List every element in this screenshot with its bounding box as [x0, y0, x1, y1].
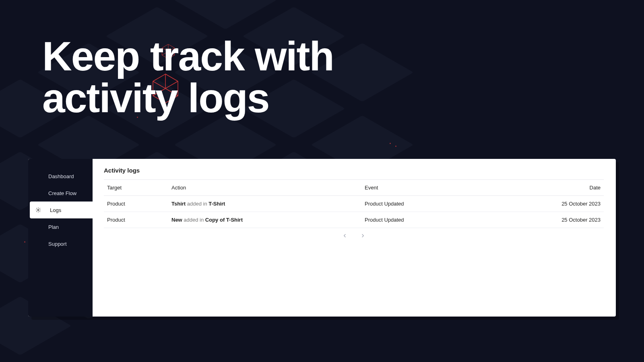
- col-action: Action: [168, 180, 361, 196]
- col-event: Event: [361, 180, 531, 196]
- sidebar-item-label: Logs: [50, 207, 61, 213]
- cell-target: Product: [104, 196, 168, 212]
- cell-date: 25 October 2023: [531, 212, 604, 228]
- sidebar-item-dashboard[interactable]: Dashboard: [28, 168, 93, 185]
- table-row: Product New added in Copy of T-Shirt Pro…: [104, 212, 604, 228]
- page-title: Activity logs: [104, 167, 604, 179]
- cell-action: Tshirt added in T-Shirt: [168, 196, 361, 212]
- col-date: Date: [531, 180, 604, 196]
- cell-target: Product: [104, 212, 168, 228]
- pager: [104, 228, 604, 239]
- gear-icon: [35, 207, 41, 213]
- log-table: Target Action Event Date Product Tshirt …: [104, 179, 604, 228]
- sidebar-item-support[interactable]: Support: [28, 235, 93, 252]
- next-page-button[interactable]: [359, 232, 366, 239]
- sidebar: Dashboard Create Flow Logs Plan Support: [28, 159, 93, 317]
- sidebar-item-label: Create Flow: [48, 190, 76, 196]
- sidebar-item-label: Support: [48, 241, 67, 247]
- col-target: Target: [104, 180, 168, 196]
- sidebar-item-plan[interactable]: Plan: [28, 218, 93, 235]
- sidebar-item-label: Dashboard: [48, 173, 74, 179]
- cell-event: Product Updated: [361, 212, 531, 228]
- prev-page-button[interactable]: [341, 232, 349, 239]
- hero-heading: Keep track with activity logs: [42, 35, 334, 119]
- cell-date: 25 October 2023: [531, 196, 604, 212]
- hero-line-1: Keep track with: [42, 35, 334, 77]
- cell-event: Product Updated: [361, 196, 531, 212]
- content-panel: Activity logs Target Action Event Date P…: [93, 159, 616, 317]
- table-header-row: Target Action Event Date: [104, 180, 604, 196]
- table-row: Product Tshirt added in T-Shirt Product …: [104, 196, 604, 212]
- sidebar-item-label: Plan: [48, 224, 59, 230]
- cell-action: New added in Copy of T-Shirt: [168, 212, 361, 228]
- sidebar-item-create-flow[interactable]: Create Flow: [28, 185, 93, 202]
- svg-point-0: [37, 209, 39, 211]
- arrow-left-icon: [342, 233, 348, 239]
- app-card: Dashboard Create Flow Logs Plan Support …: [28, 159, 616, 317]
- arrow-right-icon: [360, 233, 365, 239]
- hero-line-2: activity logs: [42, 77, 334, 119]
- sidebar-item-logs[interactable]: Logs: [30, 202, 93, 218]
